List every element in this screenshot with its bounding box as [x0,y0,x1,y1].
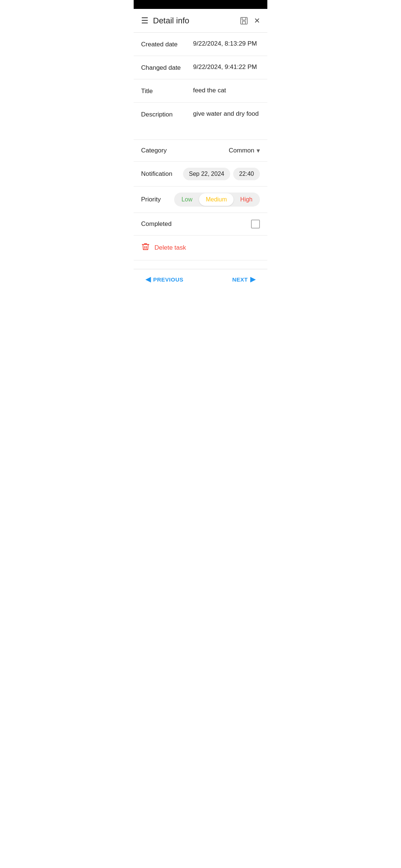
notification-date-chip[interactable]: Sep 22, 2024 [183,168,230,180]
priority-medium-button[interactable]: Medium [199,193,234,206]
description-value[interactable]: give water and dry food [193,110,260,118]
description-row: Description give water and dry food [134,103,267,140]
content: Created date 9/22/2024, 8:13:29 PM Chang… [134,33,267,269]
changed-date-value: 9/22/2024, 9:41:22 PM [193,63,260,71]
previous-button[interactable]: ◀ PREVIOUS [146,275,183,283]
category-row: Category Common ▾ [134,140,267,162]
title-row: Title feed the cat [134,79,267,103]
next-label: NEXT [232,276,248,283]
category-value-text: Common [229,147,254,154]
description-label: Description [141,110,193,118]
category-dropdown[interactable]: Common ▾ [229,147,260,155]
changed-date-label: Changed date [141,63,193,72]
trash-icon [141,242,150,253]
priority-row: Priority Low Medium High [134,187,267,213]
delete-task-label: Delete task [154,244,186,251]
completed-checkbox[interactable] [251,220,260,228]
title-value[interactable]: feed the cat [193,87,260,94]
chevron-down-icon: ▾ [257,147,260,155]
next-button[interactable]: NEXT ▶ [232,275,255,283]
chevron-right-icon: ▶ [250,275,256,283]
category-label: Category [141,147,229,154]
save-button[interactable] [239,16,248,25]
notification-row: Notification Sep 22, 2024 22:40 [134,162,267,187]
completed-row: Completed [134,213,267,236]
notification-values: Sep 22, 2024 22:40 [183,168,260,180]
previous-label: PREVIOUS [153,276,184,283]
delete-task-row[interactable]: Delete task [134,236,267,260]
created-date-row: Created date 9/22/2024, 8:13:29 PM [134,33,267,56]
priority-high-button[interactable]: High [234,193,259,206]
bottom-navigation: ◀ PREVIOUS NEXT ▶ [134,269,267,289]
close-button[interactable]: × [254,15,260,26]
status-bar [134,0,267,9]
document-icon: ☰ [141,16,149,26]
header: ☰ Detail info × [134,9,267,33]
priority-label: Priority [141,196,174,203]
created-date-value: 9/22/2024, 8:13:29 PM [193,40,260,47]
title-label: Title [141,87,193,95]
chevron-left-icon: ◀ [146,275,151,283]
notification-label: Notification [141,170,183,178]
changed-date-row: Changed date 9/22/2024, 9:41:22 PM [134,56,267,79]
priority-low-button[interactable]: Low [175,193,199,206]
notification-time-chip[interactable]: 22:40 [233,168,260,180]
svg-rect-1 [242,17,246,20]
header-actions: × [239,15,260,26]
svg-rect-2 [242,21,245,24]
page-title: Detail info [153,16,239,26]
created-date-label: Created date [141,40,193,48]
priority-button-group: Low Medium High [174,193,260,207]
completed-label: Completed [141,220,251,228]
